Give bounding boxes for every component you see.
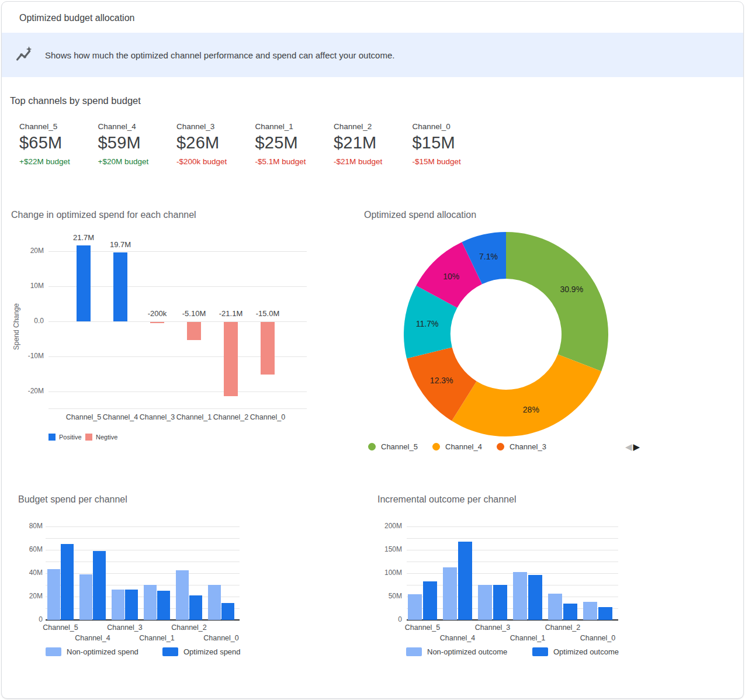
x-axis-label: Channel_4 [70,634,116,642]
insights-icon [15,46,33,64]
donut-slice-1[interactable] [506,232,608,371]
bar-channel_2-optimized[interactable] [189,595,202,620]
legend-label: Optimized spend [183,647,241,656]
legend-next-icon[interactable]: ▶ [633,442,640,452]
bar-channel_4-optimized[interactable] [93,551,106,620]
bar-channel_4-optimized[interactable] [458,542,472,620]
bar-channel_3-non-optimized[interactable] [112,590,124,620]
channel-spend-value: $26M [176,133,255,153]
x-axis-label: Channel_2 [166,623,213,632]
gridline [46,550,240,550]
channel-spend-value: $25M [255,133,334,153]
bar-channel_2[interactable] [224,322,238,396]
y-tick-label: 0 [18,615,43,623]
channel-card-channel_1: Channel_1$25M-$5.1M budget [255,122,334,166]
bar-channel_2-non-optimized[interactable] [548,594,562,620]
channel-card-channel_4: Channel_4$59M+$20M budget [98,122,177,166]
bar-channel_5-non-optimized[interactable] [408,594,422,620]
y-tick-label: 0.0 [19,317,44,325]
x-axis-label: Channel_0 [198,634,245,642]
x-axis-label: Channel_1 [174,413,214,421]
channel-name: Channel_1 [255,122,334,131]
channel-spend-value: $65M [19,133,98,153]
bar-channel_0[interactable] [261,322,275,375]
bar-channel_5-optimized[interactable] [423,581,437,620]
bar-channel_0-optimized[interactable] [598,607,612,620]
legend-swatch [406,647,422,656]
legend-item[interactable]: Non-optimized outcome [406,647,507,656]
bar-channel_5-non-optimized[interactable] [47,569,60,620]
legend-label: Channel_5 [381,442,418,451]
bar-channel_5[interactable] [77,245,91,321]
legend-label: Optimized outcome [553,647,619,656]
y-tick-label: -10M [19,352,44,360]
channel-card-channel_2: Channel_2$21M-$21M budget [334,122,413,166]
x-axis-label: Channel_2 [210,413,251,421]
legend-item[interactable]: Negtive [85,434,117,441]
chart-title: Budget spend per channel [18,494,127,505]
bar-channel_2-optimized[interactable] [563,604,577,620]
x-axis-label: Channel_1 [134,634,181,642]
bar-channel_1-optimized[interactable] [528,575,542,620]
legend-swatch [46,647,61,656]
bar-channel_4-non-optimized[interactable] [443,567,457,620]
channel-name: Channel_0 [413,122,491,131]
legend-item[interactable]: Optimized spend [162,647,241,656]
gridline [407,573,618,574]
channel-budget-delta: +$20M budget [98,157,177,166]
page-title: Optimized budget allocation [19,13,134,23]
y-tick-label: 100M [377,569,402,577]
channel-budget-delta: -$5.1M budget [255,157,334,166]
bar-channel_1[interactable] [187,322,201,340]
legend-label: Positive [59,434,82,441]
channel-budget-delta: +$22M budget [19,157,98,166]
legend-item[interactable]: Non-optimized spend [46,647,138,656]
channel-name: Channel_3 [176,122,255,131]
donut-slice-2[interactable] [452,354,601,436]
legend-item[interactable]: Optimized outcome [532,647,619,656]
x-axis-label: Channel_0 [574,634,621,642]
x-axis-label: Channel_4 [100,413,141,421]
channel-name: Channel_2 [334,122,413,131]
x-axis-label: Channel_5 [37,623,84,632]
channel-spend-value: $15M [413,133,491,153]
legend-item[interactable]: Channel_3 [497,442,546,451]
bar-channel_1-non-optimized[interactable] [144,585,157,620]
legend-item[interactable]: Positive [48,434,82,441]
legend-prev-icon[interactable]: ◀ [625,442,632,452]
bar-channel_5-optimized[interactable] [61,544,74,620]
bar-channel_4-non-optimized[interactable] [79,574,92,620]
bar-channel_4[interactable] [113,252,127,321]
legend-swatch [368,443,376,451]
channel-name: Channel_5 [19,122,98,131]
gridline [407,585,618,585]
bar-channel_2-non-optimized[interactable] [176,570,189,620]
spend-allocation-chart: Optimized spend allocation 30.9%28%12.3%… [364,210,726,455]
donut-chart: 30.9%28%12.3%11.7%10%7.1% [404,232,608,436]
slice-label: 30.9% [560,285,583,294]
y-tick-label: 0 [377,615,402,623]
legend-swatch [532,647,548,656]
y-tick-label: 200M [377,522,402,530]
bar-channel_3[interactable] [150,322,164,323]
legend-item[interactable]: Channel_5 [368,442,418,451]
y-tick-label: 40M [18,569,43,577]
bar-channel_1-non-optimized[interactable] [513,572,527,620]
dashboard-card: Optimized budget allocation Shows how mu… [1,1,744,699]
slice-label: 28% [523,405,539,414]
bar-channel_0-non-optimized[interactable] [208,585,221,620]
bar-channel_0-optimized[interactable] [221,603,234,620]
bar-channel_3-optimized[interactable] [125,590,138,620]
bar-channel_1-optimized[interactable] [157,591,170,620]
gridline [46,538,240,539]
channel-card-channel_3: Channel_3$26M-$200k budget [176,122,255,166]
bar-channel_0-non-optimized[interactable] [583,602,597,620]
legend-swatch [432,443,440,451]
bar-channel_3-non-optimized[interactable] [478,585,492,620]
bar-channel_3-optimized[interactable] [493,585,507,620]
channel-spend-value: $21M [334,133,413,153]
chart-title: Incremental outcome per channel [377,494,516,505]
gridline [48,391,307,392]
legend-item[interactable]: Channel_4 [432,442,482,451]
y-tick-label: -20M [19,387,44,395]
